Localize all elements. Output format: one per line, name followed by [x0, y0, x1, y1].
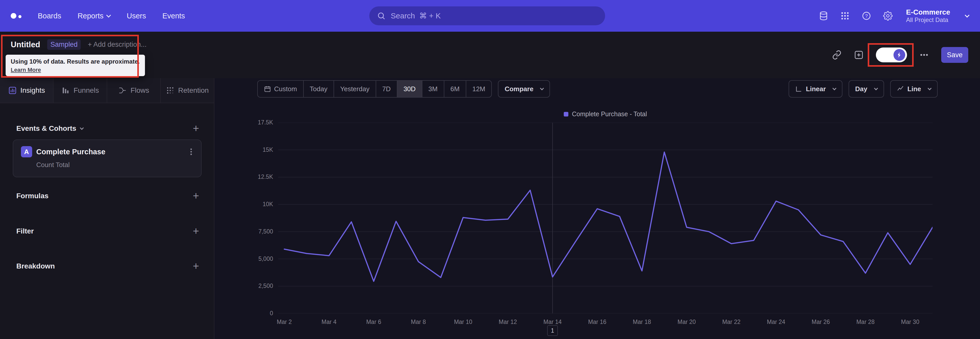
search-input[interactable]: [391, 11, 570, 20]
more-options-icon[interactable]: [919, 50, 929, 60]
x-axis-tick-label: Mar 18: [624, 318, 660, 325]
x-axis-tick-label: Mar 22: [714, 318, 749, 325]
events-cohorts-text: Events & Cohorts: [16, 125, 76, 133]
header-actions: Save: [832, 32, 968, 78]
calendar-icon: [264, 85, 271, 93]
project-scope: All Project Data: [906, 16, 950, 24]
nav-item-reports-label: Reports: [78, 12, 103, 20]
range-yesterday[interactable]: Yesterday: [334, 81, 375, 97]
event-letter-badge: A: [21, 146, 32, 157]
project-switcher[interactable]: E-Commerce All Project Data: [906, 8, 950, 24]
nav-item-reports[interactable]: Reports: [78, 12, 110, 20]
range-6m[interactable]: 6M: [444, 81, 466, 97]
nav-item-boards[interactable]: Boards: [38, 12, 61, 20]
nav-right-cluster: ? E-Commerce All Project Data: [819, 0, 969, 32]
x-axis-tick-label: Mar 20: [669, 318, 705, 325]
x-axis-tick-label: Mar 12: [490, 318, 526, 325]
nav-item-users[interactable]: Users: [127, 12, 146, 20]
search-bar[interactable]: [369, 6, 605, 25]
x-axis-tick-label: Mar 30: [892, 318, 928, 325]
tab-label: Insights: [21, 86, 45, 94]
add-formula-button[interactable]: +: [192, 190, 199, 201]
tab-label: Flows: [130, 86, 149, 94]
y-axis-tick-label: 17.5K: [233, 119, 273, 126]
range-custom[interactable]: Custom: [258, 81, 303, 97]
date-range-segmented: Custom Today Yesterday 7D 30D 3M 6M 12M: [257, 80, 492, 98]
tooltip-text: Using 10% of data. Results are approxima…: [11, 58, 140, 65]
insights-icon: [8, 86, 17, 95]
event-card[interactable]: A Complete Purchase Count Total: [13, 139, 202, 177]
chevron-down-icon: [965, 13, 969, 18]
apps-grid-icon[interactable]: [840, 11, 850, 21]
events-cohorts-header: Events & Cohorts +: [16, 123, 199, 134]
chevron-down-icon: [874, 86, 878, 90]
add-to-board-icon[interactable]: [854, 50, 864, 60]
retention-icon: [166, 86, 175, 95]
logo-dot-small: [18, 15, 21, 18]
y-axis-tick-label: 12.5K: [233, 173, 273, 181]
chart-display-controls: Linear Day Line: [789, 80, 938, 98]
date-range-controls: Custom Today Yesterday 7D 30D 3M 6M 12M …: [257, 80, 550, 98]
y-axis-tick-label: 0: [233, 310, 273, 317]
mixpanel-logo[interactable]: [11, 13, 21, 19]
range-3m[interactable]: 3M: [422, 81, 444, 97]
filter-label: Filter: [16, 227, 34, 235]
chevron-down-icon: [832, 86, 837, 90]
scale-dropdown[interactable]: Linear: [789, 80, 842, 98]
nav-item-events[interactable]: Events: [162, 12, 185, 20]
settings-gear-icon[interactable]: [883, 11, 893, 21]
save-button[interactable]: Save: [941, 47, 968, 63]
sampled-badge[interactable]: Sampled: [47, 39, 81, 50]
chart-type-dropdown[interactable]: Line: [890, 80, 938, 98]
range-today[interactable]: Today: [303, 81, 334, 97]
tab-insights[interactable]: Insights: [0, 78, 54, 103]
tab-funnels[interactable]: Funnels: [54, 78, 107, 103]
chart-legend[interactable]: Complete Purchase - Total: [278, 110, 932, 118]
help-icon[interactable]: ?: [862, 11, 871, 21]
pagination-page-1[interactable]: 1: [547, 325, 558, 336]
scale-label: Linear: [806, 85, 826, 93]
legend-label: Complete Purchase - Total: [572, 110, 647, 118]
events-cohorts-label[interactable]: Events & Cohorts: [16, 125, 83, 133]
add-breakdown-button[interactable]: +: [192, 261, 199, 272]
chevron-down-icon: [540, 86, 544, 90]
tooltip-learn-more-link[interactable]: Learn More: [11, 67, 140, 73]
line-chart: [278, 123, 932, 313]
range-12m[interactable]: 12M: [466, 81, 492, 97]
tab-flows[interactable]: Flows: [107, 78, 161, 103]
report-tabs: Insights Funnels Flows Retention: [0, 78, 214, 103]
x-axis-tick-label: Mar 6: [356, 318, 391, 325]
add-event-button[interactable]: +: [192, 123, 199, 134]
y-axis-tick-label: 2,500: [233, 283, 273, 289]
kebab-menu-icon[interactable]: [187, 147, 196, 156]
filter-section: Filter +: [16, 226, 199, 237]
logo-dot-large: [11, 13, 16, 19]
interval-dropdown[interactable]: Day: [849, 80, 884, 98]
range-label: Custom: [274, 85, 297, 93]
sampling-toggle[interactable]: [876, 48, 907, 62]
tab-retention[interactable]: Retention: [161, 78, 214, 103]
report-title[interactable]: Untitled: [11, 40, 40, 49]
chevron-down-icon: [80, 126, 84, 130]
search-icon: [377, 11, 386, 20]
x-axis-tick-label: Mar 2: [266, 318, 302, 325]
range-30d[interactable]: 30D: [397, 81, 422, 97]
formulas-section: Formulas +: [16, 190, 199, 201]
toggle-knob: [894, 49, 905, 61]
y-axis-tick-label: 7,500: [233, 228, 273, 235]
share-link-icon[interactable]: [832, 50, 842, 60]
x-axis-tick-label: Mar 8: [401, 318, 436, 325]
event-aggregation[interactable]: Count Total: [36, 161, 201, 169]
interval-label: Day: [855, 85, 867, 93]
add-description[interactable]: + Add description...: [88, 41, 146, 48]
svg-text:?: ?: [865, 13, 868, 19]
y-axis-tick-label: 10K: [233, 201, 273, 208]
x-axis-tick-label: Mar 24: [758, 318, 794, 325]
compare-button[interactable]: Compare: [498, 80, 550, 98]
project-name: E-Commerce: [906, 8, 950, 17]
legend-swatch: [564, 112, 568, 117]
chart-series-line: [284, 152, 932, 281]
range-7d[interactable]: 7D: [375, 81, 397, 97]
data-management-icon[interactable]: [819, 11, 829, 21]
add-filter-button[interactable]: +: [192, 226, 199, 237]
